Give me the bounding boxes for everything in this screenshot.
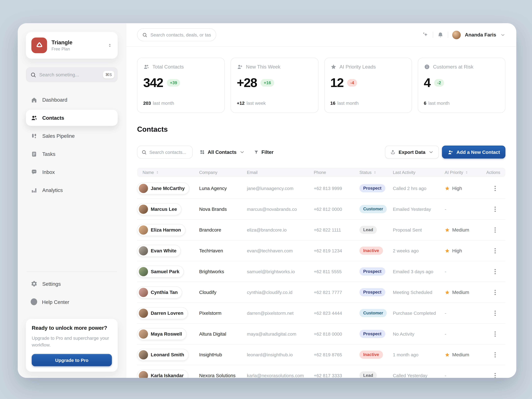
contact-name-pill[interactable]: Karla Iskandar (137, 370, 188, 378)
row-actions-button[interactable] (491, 351, 499, 359)
bell-icon[interactable] (437, 32, 444, 38)
actions-cell (486, 351, 505, 359)
table-row[interactable]: Karla Iskandar Nexora Solutions karla@ne… (137, 365, 505, 378)
row-actions-button[interactable] (491, 330, 499, 338)
row-actions-button[interactable] (491, 205, 499, 213)
tasks-icon (31, 151, 38, 157)
email-cell: leonard@insighthub.io (247, 352, 314, 357)
priority: Medium (445, 227, 486, 233)
status-cell: Prospect (359, 288, 393, 297)
column-header-phone: Phone (314, 170, 359, 175)
star-icon (445, 228, 450, 233)
sidebar-item-help-center[interactable]: ?Help Center (26, 294, 118, 310)
table-row[interactable]: Jane McCarthy Luna Agency jane@lunaagenc… (137, 178, 505, 199)
email-cell: jane@lunaagency.com (247, 186, 314, 191)
table-row[interactable]: Eliza Harmon Brandcore eliza@brandcore.i… (137, 220, 505, 241)
stat-value-row: 4 -2 (424, 76, 499, 90)
sidebar-item-dashboard[interactable]: Dashboard (26, 92, 118, 108)
avatar (139, 371, 148, 378)
name-cell: Marcus Lee (137, 203, 199, 215)
contact-name-pill[interactable]: Samuel Park (137, 266, 184, 278)
name-cell: Cynthia Tan (137, 286, 199, 298)
table-row[interactable]: Samuel Park Brightworks samuel@brightwor… (137, 261, 505, 282)
row-actions-button[interactable] (491, 372, 499, 378)
user-avatar[interactable] (452, 31, 461, 39)
row-actions-button[interactable] (491, 184, 499, 192)
stat-subtext: 16 last month (330, 101, 406, 106)
upgrade-button[interactable]: Upgrade to Pro (32, 354, 112, 366)
avatar (139, 184, 148, 193)
column-label: Name (143, 170, 154, 175)
table-row[interactable]: Evan White TechHaven evan@techhaven.com … (137, 241, 505, 261)
email-cell: karla@nexorasolutions.com (247, 373, 314, 378)
contact-name-pill[interactable]: Evan White (137, 245, 181, 257)
view-selector[interactable]: All Contacts (200, 150, 245, 155)
sidebar-search[interactable]: ⌘S (26, 67, 118, 82)
email-cell: evan@techhaven.com (247, 248, 314, 253)
contact-name-pill[interactable]: Marcus Lee (137, 203, 181, 215)
last-activity-cell: Emailed 3 days ago (393, 269, 445, 274)
contact-name-pill[interactable]: Maya Roswell (137, 328, 187, 340)
search-icon (142, 32, 147, 37)
add-new-contact-button[interactable]: Add a New Contact (442, 146, 505, 159)
email-cell: samuel@brightworks.io (247, 269, 314, 274)
sidebar-item-contacts[interactable]: Contacts (26, 110, 118, 126)
contacts-search[interactable] (137, 146, 193, 159)
contacts-search-input[interactable] (149, 150, 188, 155)
priority: High (445, 186, 486, 191)
contact-name-pill[interactable]: Darren Lovren (137, 307, 188, 319)
sidebar-item-analytics[interactable]: Analytics (26, 182, 118, 198)
priority-empty: - (445, 310, 446, 316)
actions-cell (486, 309, 505, 317)
contact-name-pill[interactable]: Eliza Harmon (137, 224, 185, 236)
phone-cell: +62 812 0000 (314, 207, 359, 212)
sidebar-item-inbox[interactable]: Inbox (26, 164, 118, 180)
row-actions-button[interactable] (491, 247, 499, 255)
workspace-switcher[interactable]: Triangle Free Plan (26, 32, 118, 59)
global-search[interactable] (137, 28, 216, 41)
name-cell: Evan White (137, 245, 199, 257)
row-actions-button[interactable] (491, 226, 499, 234)
company-cell: Pixelstorm (199, 310, 247, 316)
row-actions-button[interactable] (491, 309, 499, 317)
contact-name-pill[interactable]: Leonard Smith (137, 349, 189, 361)
status-cell: Prospect (359, 330, 393, 338)
stat-value: 342 (143, 76, 163, 90)
status-badge: Customer (359, 309, 387, 317)
user-name[interactable]: Ananda Faris (465, 32, 496, 38)
sidebar-item-settings[interactable]: Settings (26, 276, 118, 292)
avatar (139, 267, 148, 276)
table-row[interactable]: Cynthia Tan Cloudify cynthia@cloudify.co… (137, 282, 505, 303)
company-cell: Altura Digital (199, 331, 247, 337)
column-header-last-activity: Last Activity (393, 170, 445, 175)
sidebar-item-sales-pipeline[interactable]: Sales Pipeline (26, 128, 118, 144)
table-row[interactable]: Darren Lovren Pixelstorm darren@pixelsto… (137, 303, 505, 324)
content: Total Contacts 342 +39 203 last month Ne… (126, 47, 516, 378)
table-row[interactable]: Marcus Lee Nova Brands marcus@novabrands… (137, 199, 505, 220)
table-row[interactable]: Maya Roswell Altura Digital maya@alturad… (137, 324, 505, 345)
filter-button[interactable]: Filter (253, 150, 273, 155)
column-header-name[interactable]: Name (137, 170, 199, 175)
export-data-button[interactable]: Export Data (385, 146, 439, 159)
pipeline-icon (31, 133, 38, 139)
row-actions-button[interactable] (491, 288, 499, 297)
sidebar-search-input[interactable] (39, 72, 100, 77)
name-cell: Eliza Harmon (137, 224, 199, 236)
contact-name-pill[interactable]: Cynthia Tan (137, 286, 182, 298)
chevron-down-icon[interactable] (500, 32, 505, 37)
divider (448, 32, 448, 38)
global-search-input[interactable] (150, 32, 211, 37)
contact-name: Jane McCarthy (151, 186, 185, 191)
contact-name: Eliza Harmon (151, 227, 181, 233)
row-actions-button[interactable] (491, 267, 499, 276)
users-icon (31, 114, 38, 121)
column-header-status[interactable]: Status (359, 170, 393, 175)
stat-subtext: 203 last month (143, 101, 219, 106)
column-header-ai-priority[interactable]: AI Priority (445, 170, 486, 175)
sidebar-item-tasks[interactable]: Tasks (26, 146, 118, 162)
contact-name-pill[interactable]: Jane McCarthy (137, 183, 189, 194)
star-icon (445, 352, 450, 357)
avatar (139, 350, 148, 359)
table-row[interactable]: Leonard Smith InsightHub leonard@insight… (137, 345, 505, 365)
ai-sparkle-icon[interactable] (422, 32, 429, 38)
